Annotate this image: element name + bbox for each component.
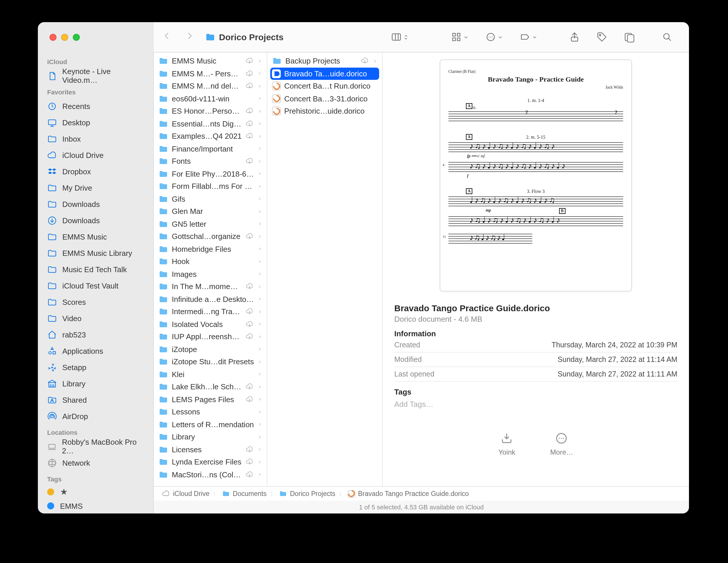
list-item[interactable]: Klei bbox=[154, 368, 267, 381]
view-columns-button[interactable] bbox=[391, 31, 409, 43]
sidebar-item[interactable]: Keynote - Live Video.m… bbox=[38, 68, 153, 84]
path-segment[interactable]: iCloud Drive bbox=[173, 490, 209, 497]
sidebar-item[interactable]: Library bbox=[38, 375, 153, 392]
list-item[interactable]: Glen Mar bbox=[154, 205, 267, 218]
sidebar-item[interactable]: Network bbox=[38, 455, 153, 471]
list-item[interactable]: Licenses bbox=[154, 443, 267, 456]
sidebar-item[interactable]: rab523 bbox=[38, 327, 153, 343]
icloud-download-icon[interactable] bbox=[245, 157, 254, 166]
list-item[interactable]: Isolated Vocals bbox=[154, 318, 267, 331]
icloud-download-icon[interactable] bbox=[245, 395, 254, 404]
list-item[interactable]: Fonts bbox=[154, 155, 267, 167]
sidebar-item[interactable]: iCloud Test Vault bbox=[38, 277, 153, 294]
list-item[interactable]: Library bbox=[154, 431, 267, 443]
tag-row[interactable]: EMMS bbox=[38, 499, 153, 513]
icloud-download-icon[interactable] bbox=[245, 107, 254, 116]
sidebar-item[interactable]: My Drive bbox=[38, 179, 153, 196]
sidebar-item[interactable]: Downloads bbox=[38, 212, 153, 228]
list-item[interactable]: Prehistoric…uide.dorico bbox=[267, 105, 382, 117]
sidebar-item[interactable]: Scores bbox=[38, 294, 153, 310]
sidebar-item[interactable]: Dropbox bbox=[38, 163, 153, 179]
add-tags-field[interactable]: Add Tags… bbox=[394, 400, 677, 409]
label-button[interactable] bbox=[520, 31, 538, 43]
zoom-button[interactable] bbox=[73, 34, 80, 41]
tags-button[interactable] bbox=[596, 31, 607, 43]
sidebar-item[interactable]: Applications bbox=[38, 343, 153, 359]
group-button[interactable] bbox=[451, 31, 469, 43]
preview-thumbnail[interactable]: Clarinet (B Flat) Bravado Tango - Practi… bbox=[440, 59, 632, 292]
icloud-download-icon[interactable] bbox=[245, 470, 254, 479]
column-2[interactable]: Backup ProjectsBravado Ta…uide.doricoCon… bbox=[267, 52, 383, 486]
list-item[interactable]: Images bbox=[154, 268, 267, 280]
icloud-download-icon[interactable] bbox=[245, 320, 254, 329]
list-item[interactable]: LEMS Pages Files bbox=[154, 393, 267, 406]
list-item[interactable]: eos60d-v111-win bbox=[154, 92, 267, 105]
minimize-button[interactable] bbox=[61, 34, 68, 41]
column-1[interactable]: EMMS MusicEMMS M…- PersonalEMMS M…nd del… bbox=[154, 52, 267, 486]
list-item[interactable]: EMMS M…nd delete? bbox=[154, 80, 267, 92]
icloud-download-icon[interactable] bbox=[245, 383, 254, 391]
list-item[interactable]: iZotope Stu…dit Presets bbox=[154, 356, 267, 368]
path-bar[interactable]: iCloud Drive〉Documents〉Dorico Projects〉B… bbox=[154, 486, 689, 501]
list-item[interactable]: EMMS M…- Personal bbox=[154, 67, 267, 80]
list-item[interactable]: Essential…nts Digital bbox=[154, 117, 267, 130]
icloud-download-icon[interactable] bbox=[245, 333, 254, 341]
back-button[interactable] bbox=[162, 31, 172, 43]
list-item[interactable]: Form Fillabl…ms For Lori bbox=[154, 180, 267, 193]
action-yoink[interactable]: Yoink bbox=[499, 432, 515, 456]
sidebar-item[interactable]: Shared bbox=[38, 392, 153, 408]
list-item[interactable]: Hook bbox=[154, 255, 267, 268]
list-item[interactable]: Letters of R…mendation bbox=[154, 418, 267, 431]
sidebar-item[interactable]: Inbox bbox=[38, 130, 153, 147]
quicklook-button[interactable] bbox=[624, 31, 635, 43]
list-item[interactable]: Infinitude a…e Desktop?) bbox=[154, 293, 267, 306]
list-item[interactable]: Backup Projects bbox=[267, 55, 382, 67]
list-item[interactable]: ES Honor…Personal bbox=[154, 105, 267, 117]
sidebar-item[interactable]: Music Ed Tech Talk bbox=[38, 261, 153, 277]
list-item[interactable]: Bravado Ta…uide.dorico bbox=[270, 67, 379, 80]
share-button[interactable] bbox=[569, 31, 580, 43]
sidebar-item[interactable]: Robby's MacBook Pro 2… bbox=[38, 438, 153, 455]
sidebar-item[interactable]: Setapp bbox=[38, 359, 153, 375]
list-item[interactable]: Finance/Important bbox=[154, 142, 267, 155]
icloud-download-icon[interactable] bbox=[245, 308, 254, 316]
sidebar-item[interactable]: Video bbox=[38, 310, 153, 327]
list-item[interactable]: Gottschal…organize bbox=[154, 230, 267, 243]
sidebar-item[interactable]: EMMS Music bbox=[38, 228, 153, 245]
path-segment[interactable]: Bravado Tango Practice Guide.dorico bbox=[358, 490, 469, 497]
icloud-download-icon[interactable] bbox=[245, 57, 254, 66]
icloud-download-icon[interactable] bbox=[245, 82, 254, 91]
action-button[interactable] bbox=[485, 31, 503, 43]
list-item[interactable]: Intermedi…ng Tracks bbox=[154, 306, 267, 318]
list-item[interactable]: In The M…moment21 bbox=[154, 280, 267, 293]
icloud-download-icon[interactable] bbox=[245, 458, 254, 467]
icloud-download-icon[interactable] bbox=[245, 119, 254, 128]
list-item[interactable]: Lynda Exercise Files bbox=[154, 456, 267, 468]
search-button[interactable] bbox=[662, 31, 673, 43]
list-item[interactable]: Concert Ba…3-31.dorico bbox=[267, 92, 382, 105]
icloud-download-icon[interactable] bbox=[245, 232, 254, 241]
list-item[interactable]: For Elite Phy…2018-6-29 bbox=[154, 167, 267, 180]
list-item[interactable]: IUP Appl…reenshots bbox=[154, 331, 267, 343]
sidebar-item[interactable]: Recents bbox=[38, 98, 153, 114]
list-item[interactable]: GN5 letter bbox=[154, 218, 267, 230]
list-item[interactable]: Homebridge Files bbox=[154, 243, 267, 255]
path-segment[interactable]: Dorico Projects bbox=[290, 490, 335, 497]
icloud-download-icon[interactable] bbox=[245, 69, 254, 78]
action-more[interactable]: More… bbox=[550, 432, 573, 456]
tag-row[interactable]: ★ bbox=[38, 485, 153, 499]
icloud-download-icon[interactable] bbox=[245, 445, 254, 454]
list-item[interactable]: Lake Elkh…le School bbox=[154, 381, 267, 393]
path-segment[interactable]: Documents bbox=[233, 490, 266, 497]
sidebar-item[interactable]: Downloads bbox=[38, 196, 153, 212]
close-button[interactable] bbox=[50, 34, 56, 41]
list-item[interactable]: iZotope bbox=[154, 343, 267, 356]
icloud-download-icon[interactable] bbox=[245, 132, 254, 141]
list-item[interactable]: Examples…Q4 2021 bbox=[154, 130, 267, 142]
sidebar-item[interactable]: Desktop bbox=[38, 114, 153, 130]
sidebar-item[interactable]: iCloud Drive bbox=[38, 147, 153, 163]
list-item[interactable]: Gifs bbox=[154, 193, 267, 205]
forward-button[interactable] bbox=[185, 31, 195, 43]
icloud-download-icon[interactable] bbox=[361, 57, 369, 66]
sidebar-item[interactable]: AirDrop bbox=[38, 408, 153, 424]
